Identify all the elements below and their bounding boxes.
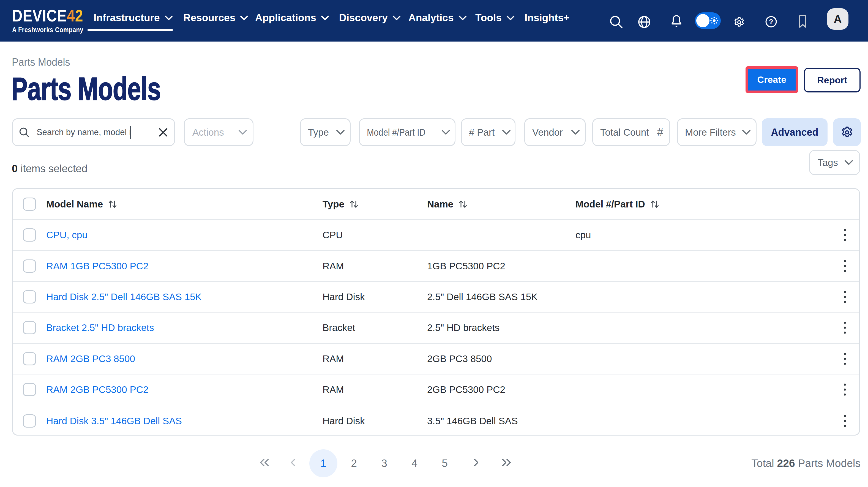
svg-text:?: ? bbox=[769, 18, 773, 26]
